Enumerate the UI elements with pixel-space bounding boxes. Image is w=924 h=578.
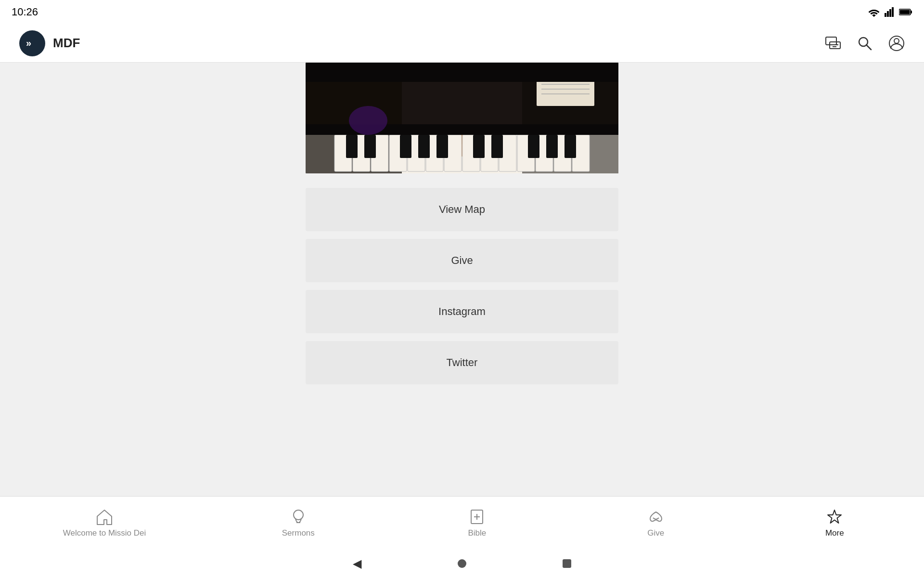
svg-rect-56 [528,135,539,158]
svg-rect-51 [400,135,411,158]
svg-rect-55 [491,135,503,158]
svg-rect-53 [436,135,448,158]
signal-icon [885,7,894,17]
wifi-icon [868,7,880,17]
nav-item-more[interactable]: More [798,504,871,542]
bottom-nav: Welcome to Missio Dei Sermons Bible Give [0,496,924,549]
give-icon [647,508,665,525]
svg-rect-2 [889,9,891,17]
nav-item-bible[interactable]: Bible [441,504,513,542]
hero-image [306,63,618,173]
nav-item-home[interactable]: Welcome to Missio Dei [53,504,156,542]
svg-rect-1 [887,11,889,17]
nav-item-sermons[interactable]: Sermons [262,504,334,542]
svg-rect-59 [306,63,618,82]
app-bar: » MDF [0,24,924,63]
main-content: View Map Give Instagram Twitter [0,63,924,515]
status-time: 10:26 [12,6,38,18]
more-star-icon [826,508,843,525]
svg-rect-6 [900,10,910,14]
svg-rect-52 [418,135,430,158]
battery-icon [899,8,912,16]
svg-marker-67 [828,510,841,523]
svg-rect-5 [911,11,912,13]
search-icon[interactable] [857,35,873,52]
svg-text:»: » [26,38,31,48]
nav-label-sermons: Sermons [282,528,315,538]
nav-label-give: Give [647,528,664,538]
app-bar-left: » MDF [19,30,80,56]
nav-label-home: Welcome to Missio Dei [63,528,146,538]
content-buttons: View Map Give Instagram Twitter [306,173,618,407]
sermons-icon [290,508,307,525]
nav-label-more: More [825,528,844,538]
instagram-button[interactable]: Instagram [306,290,618,333]
svg-rect-0 [885,13,886,17]
view-map-button[interactable]: View Map [306,188,618,231]
svg-point-62 [294,510,303,520]
svg-rect-58 [565,135,576,158]
app-title: MDF [53,36,80,51]
android-recents-button[interactable] [563,559,571,568]
svg-point-61 [349,106,387,135]
android-nav: ◀ [0,549,924,578]
svg-rect-3 [892,7,894,17]
status-bar: 10:26 [0,0,924,24]
svg-rect-57 [546,135,558,158]
android-back-button[interactable]: ◀ [353,557,361,570]
nav-label-bible: Bible [468,528,486,538]
svg-rect-9 [826,37,836,45]
android-home-button[interactable] [458,559,466,568]
bible-icon [468,508,486,525]
nav-item-give[interactable]: Give [620,504,692,542]
status-icons [868,7,912,17]
svg-rect-49 [346,135,358,158]
chat-icon[interactable] [825,35,841,52]
svg-rect-50 [364,135,376,158]
app-logo[interactable]: » [19,30,45,56]
piano-svg [306,63,618,173]
svg-line-14 [866,45,871,50]
home-icon [96,508,113,525]
app-bar-right [825,35,905,52]
svg-point-16 [894,39,899,43]
give-button[interactable]: Give [306,239,618,282]
twitter-button[interactable]: Twitter [306,341,618,384]
svg-rect-54 [473,135,485,158]
account-icon[interactable] [888,35,905,52]
